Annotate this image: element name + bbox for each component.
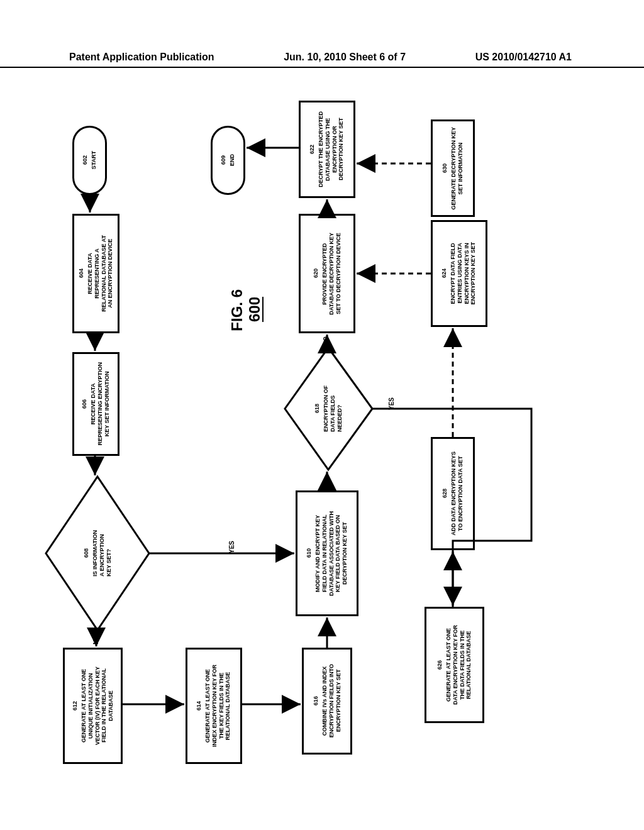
node-label: PROVIDE ENCRYPTED DATABASE DECRYPTION KE…: [321, 233, 341, 315]
node-num: 612: [72, 701, 78, 711]
node-label: GENERATE AT LEAST ONE INDEX ENCRYPTION K…: [204, 665, 231, 747]
node-num: 624: [441, 268, 447, 278]
node-label: RECEIVE DATA REPRESENTING A RELATIONAL D…: [87, 235, 114, 312]
process-614: 614 GENERATE AT LEAST ONE INDEX ENCRYPTI…: [186, 648, 242, 764]
node-label: START: [91, 151, 97, 169]
edge-label-yes: YES: [388, 397, 395, 410]
process-606: 606 RECEIVE DATA REPRESENTING ENCRYPTION…: [72, 352, 119, 456]
node-label: ENCRYPT DATA FIELD ENTRIES USING DATA EN…: [450, 242, 477, 305]
node-num: 606: [81, 399, 87, 409]
node-num: 618: [314, 404, 320, 413]
page-header: Patent Application Publication Jun. 10, …: [0, 52, 644, 68]
node-num: 602: [82, 155, 88, 165]
header-right: US 2010/0142710 A1: [475, 52, 572, 63]
node-label: ENCRYPTION OF DATA FIELDS NEEDED?: [323, 385, 343, 432]
node-label: ADD DATA ENCRYPTION KEYS TO ENCRYPTION D…: [450, 451, 464, 536]
header-left: Patent Application Publication: [69, 52, 214, 63]
node-label: IS INFORMATION A ENCRYPTION KEY SET?: [92, 530, 112, 577]
node-num: 609: [220, 155, 226, 165]
node-num: 626: [436, 660, 443, 670]
node-num: 610: [306, 548, 312, 558]
node-num: 628: [441, 489, 448, 498]
process-624: 624 ENCRYPT DATA FIELD ENTRIES USING DAT…: [431, 220, 487, 327]
edge-label-no: NO: [92, 635, 99, 645]
node-label: END: [229, 154, 236, 166]
node-num: 630: [441, 163, 448, 173]
node-label: GENERATE DECRYPTION KEY SET INFORMATION: [450, 127, 464, 210]
process-616: 616 COMBINE IVs AND INDEX ENCRYPTION FIE…: [302, 648, 352, 755]
node-num: 620: [313, 268, 319, 278]
process-626: 626 GENERATE AT LEAST ONE DATA ENCRYPTIO…: [425, 607, 484, 723]
node-num: 622: [309, 145, 315, 154]
flowchart-diagram: FIG. 6 600 602 START 609 END 604 RECEIVE…: [72, 101, 557, 729]
node-label: RECEIVE DATA REPRESENTING ENCRYPTION KEY…: [90, 362, 110, 445]
node-num: 614: [196, 701, 202, 711]
node-label: GENERATE AT LEAST ONE DATA ENCRYPTION KE…: [445, 625, 472, 705]
node-label: COMBINE IVs AND INDEX ENCRYPTION FIELDS …: [321, 664, 341, 738]
node-num: 604: [78, 268, 84, 278]
process-630: 630 GENERATE DECRYPTION KEY SET INFORMAT…: [431, 119, 475, 217]
decision-618: 618 ENCRYPTION OF DATA FIELDS NEEDED?: [283, 346, 374, 472]
header-center: Jun. 10, 2010 Sheet 6 of 7: [284, 52, 406, 63]
node-label: DECRYPT THE ENCRYPTED DATABASE USING THE…: [318, 111, 345, 187]
process-604: 604 RECEIVE DATA REPRESENTING A RELATION…: [72, 214, 119, 333]
process-620: 620 PROVIDE ENCRYPTED DATABASE DECRYPTIO…: [299, 214, 355, 333]
edge-label-no: NO: [323, 336, 330, 346]
terminator-end: 609 END: [211, 126, 245, 195]
process-610: 610 MODIFY AND ENCRYPT KEY FIELD DATA IN…: [296, 490, 358, 616]
node-num: 608: [83, 548, 89, 558]
process-622: 622 DECRYPT THE ENCRYPTED DATABASE USING…: [299, 101, 355, 198]
node-label: GENERATE AT LEAST ONE UNIQUE INITIALIZAT…: [80, 667, 114, 745]
process-628: 628 ADD DATA ENCRYPTION KEYS TO ENCRYPTI…: [431, 437, 475, 550]
figure-title: FIG. 6: [228, 289, 246, 331]
node-num: 616: [313, 696, 319, 706]
node-label: MODIFY AND ENCRYPT KEY FIELD DATA IN REL…: [314, 511, 348, 596]
decision-608: 608 IS INFORMATION A ENCRYPTION KEY SET?: [44, 475, 151, 632]
terminator-start: 602 START: [72, 126, 107, 195]
figure-number: 600: [246, 297, 264, 322]
process-612: 612 GENERATE AT LEAST ONE UNIQUE INITIAL…: [63, 648, 123, 764]
edge-label-yes: YES: [228, 541, 235, 553]
page: Patent Application Publication Jun. 10, …: [0, 0, 644, 830]
